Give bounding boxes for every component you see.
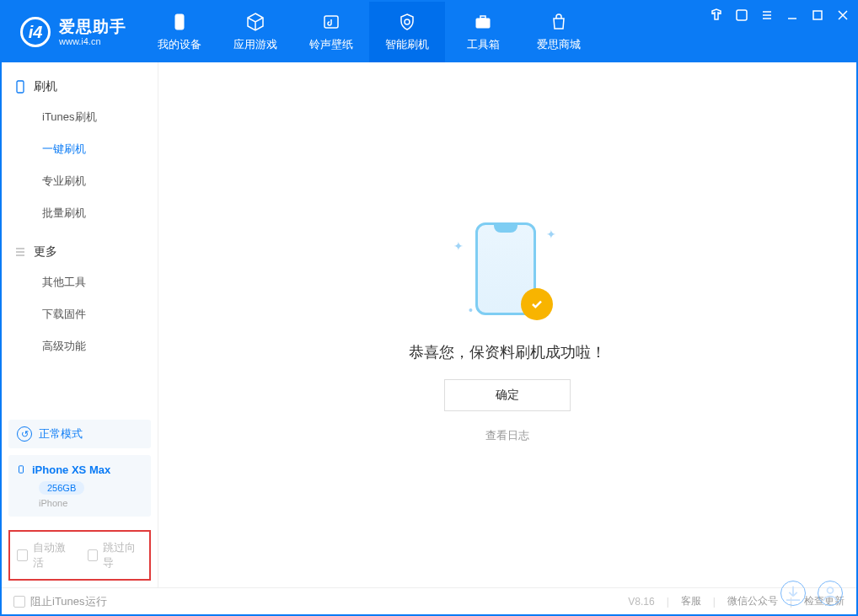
- cube-icon: [245, 12, 265, 32]
- skin-icon[interactable]: [710, 8, 723, 22]
- titlebar: i4 爱思助手 www.i4.cn 我的设备 应用游戏 铃声壁纸 智能刷机: [2, 2, 856, 62]
- nav: 刷机 iTunes刷机 一键刷机 专业刷机 批量刷机 更多 其他工具 下载固件 …: [2, 62, 158, 420]
- menu-icon[interactable]: [760, 8, 774, 22]
- checkbox-label: 跳过向导: [103, 540, 142, 570]
- tab-label: 应用游戏: [233, 37, 277, 52]
- svg-rect-8: [19, 466, 24, 473]
- ok-button[interactable]: 确定: [444, 379, 571, 411]
- tab-toolbox[interactable]: 工具箱: [445, 2, 521, 62]
- main-content: ✦ ✦ • 恭喜您，保资料刷机成功啦！ 确定 查看日志: [158, 62, 856, 587]
- tab-smart-flash[interactable]: 智能刷机: [369, 2, 445, 62]
- user-button[interactable]: [818, 581, 843, 606]
- logo: i4 爱思助手 www.i4.cn: [2, 2, 142, 62]
- nav-other-tools[interactable]: 其他工具: [2, 266, 158, 298]
- sparkle-icon: •: [469, 303, 473, 317]
- app-window: i4 爱思助手 www.i4.cn 我的设备 应用游戏 铃声壁纸 智能刷机: [0, 0, 858, 616]
- group-title: 更多: [34, 244, 57, 260]
- app-url: www.i4.cn: [59, 36, 126, 47]
- minimize-icon[interactable]: [786, 8, 799, 22]
- checkbox-skip-guide[interactable]: 跳过向导: [88, 540, 143, 570]
- statusbar: 阻止iTunes运行 V8.16 | 客服 | 微信公众号 | 检查更新: [2, 587, 856, 614]
- tab-apps-games[interactable]: 应用游戏: [217, 2, 293, 62]
- tab-label: 智能刷机: [385, 37, 429, 52]
- success-illustration: ✦ ✦ •: [448, 207, 566, 325]
- checkbox-label: 阻止iTunes运行: [30, 594, 107, 609]
- view-log-link[interactable]: 查看日志: [485, 428, 529, 443]
- bag-icon: [549, 12, 569, 32]
- tab-label: 爱思商城: [537, 37, 581, 52]
- nav-pro-flash[interactable]: 专业刷机: [2, 165, 158, 197]
- group-title: 刷机: [34, 79, 57, 94]
- tab-store[interactable]: 爱思商城: [521, 2, 597, 62]
- link-wechat[interactable]: 微信公众号: [727, 594, 778, 608]
- feedback-icon[interactable]: [735, 8, 748, 22]
- sidebar: 刷机 iTunes刷机 一键刷机 专业刷机 批量刷机 更多 其他工具 下载固件 …: [2, 62, 158, 587]
- main-tabs: 我的设备 应用游戏 铃声壁纸 智能刷机 工具箱 爱思商城: [142, 2, 597, 62]
- body: 刷机 iTunes刷机 一键刷机 专业刷机 批量刷机 更多 其他工具 下载固件 …: [2, 62, 856, 587]
- svg-rect-0: [175, 14, 184, 29]
- nav-one-click-flash[interactable]: 一键刷机: [2, 133, 158, 165]
- device-card[interactable]: iPhone XS Max 256GB iPhone: [8, 455, 151, 517]
- link-support[interactable]: 客服: [681, 594, 701, 608]
- header-right-buttons: [780, 581, 843, 606]
- checkbox-block-itunes[interactable]: 阻止iTunes运行: [13, 594, 107, 609]
- version-label: V8.16: [628, 596, 654, 608]
- phone-outline-icon: [13, 80, 27, 94]
- checkbox-label: 自动激活: [33, 540, 72, 570]
- device-name: iPhone XS Max: [32, 463, 110, 476]
- tab-label: 铃声壁纸: [309, 37, 353, 52]
- success-message: 恭喜您，保资料刷机成功啦！: [409, 342, 606, 362]
- app-name: 爱思助手: [59, 18, 126, 36]
- svg-point-6: [828, 587, 834, 593]
- tab-ringtones-wallpapers[interactable]: 铃声壁纸: [293, 2, 369, 62]
- device-icon: [17, 463, 25, 476]
- tab-label: 工具箱: [467, 37, 500, 52]
- phone-icon: [169, 12, 190, 32]
- device-storage: 256GB: [39, 481, 84, 495]
- mode-card[interactable]: ↺ 正常模式: [8, 420, 151, 448]
- side-cards: ↺ 正常模式 iPhone XS Max 256GB iPhone: [2, 420, 158, 523]
- mode-icon: ↺: [17, 426, 32, 442]
- checkbox-auto-activate[interactable]: 自动激活: [17, 540, 72, 570]
- tab-my-device[interactable]: 我的设备: [142, 2, 217, 62]
- mode-label: 正常模式: [39, 426, 83, 442]
- tab-label: 我的设备: [158, 37, 201, 52]
- nav-batch-flash[interactable]: 批量刷机: [2, 197, 158, 229]
- svg-rect-5: [813, 11, 822, 19]
- logo-icon: i4: [20, 17, 51, 47]
- svg-rect-3: [480, 16, 485, 19]
- nav-advanced[interactable]: 高级功能: [2, 330, 158, 362]
- highlighted-options: 自动激活 跳过向导: [8, 530, 151, 581]
- device-type: iPhone: [39, 498, 142, 508]
- list-icon: [13, 245, 27, 259]
- svg-rect-7: [17, 81, 24, 93]
- success-check-icon: [521, 288, 553, 320]
- group-flash: 刷机: [2, 72, 158, 101]
- nav-itunes-flash[interactable]: iTunes刷机: [2, 101, 158, 133]
- svg-rect-2: [476, 19, 490, 28]
- briefcase-icon: [473, 12, 493, 32]
- maximize-icon[interactable]: [811, 8, 824, 22]
- nav-download-firmware[interactable]: 下载固件: [2, 298, 158, 330]
- shield-refresh-icon: [397, 12, 417, 32]
- sparkle-icon: ✦: [546, 228, 556, 241]
- download-button[interactable]: [780, 581, 806, 606]
- window-controls: [710, 8, 850, 22]
- sparkle-icon: ✦: [453, 239, 464, 253]
- close-icon[interactable]: [836, 8, 850, 22]
- group-more: 更多: [2, 238, 158, 266]
- note-folder-icon: [321, 12, 341, 32]
- svg-rect-4: [737, 10, 747, 20]
